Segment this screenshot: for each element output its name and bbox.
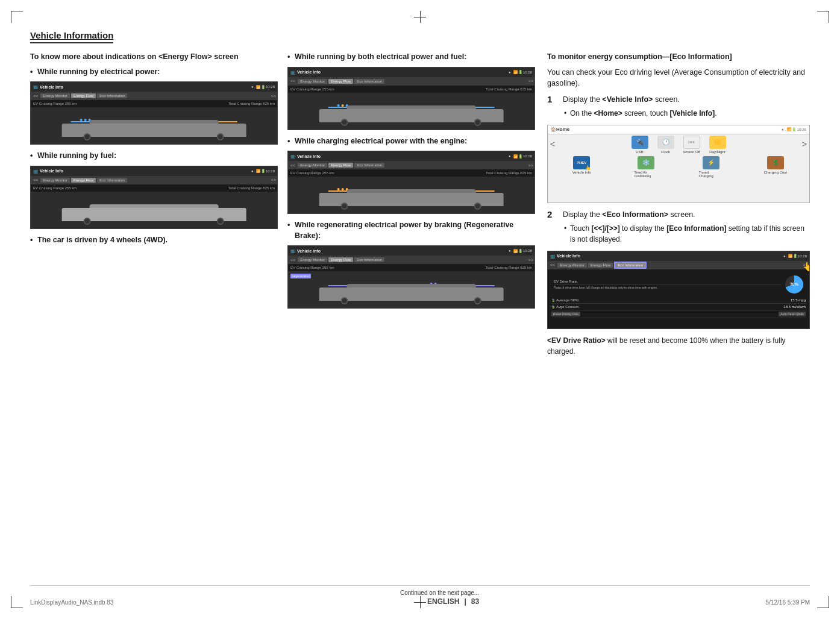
step1-num: 1 xyxy=(547,94,558,119)
footer-continued: Continued on the next page... xyxy=(400,589,479,596)
left-heading: To know more about indications on <Energ… xyxy=(30,52,278,63)
center-mark-top xyxy=(414,11,426,23)
footer-lang: ENGLISH | 83 xyxy=(427,597,479,606)
left-column: To know more about indications on <Energ… xyxy=(30,52,287,357)
home-icon-clock: 🕐 Clock xyxy=(654,136,678,154)
corner-mark-tr xyxy=(817,11,829,23)
right-column: To monitor energy consumption—[Eco Infor… xyxy=(545,52,810,357)
eco-avg-consum-row: 🍃 Avge Consum. 18.5 mi/s/kwh xyxy=(551,304,806,310)
screen5-topbar: 📺 Vehicle Info ● . 📶 🔋 10:28 xyxy=(288,246,534,256)
car-visual-5 xyxy=(319,281,504,304)
footer-file: LinkDisplayAudio_NAS.indb 83 xyxy=(30,599,113,606)
screen-fuel: 📺 Vehicle Info ● . 📶 🔋 10:28 << Energy M… xyxy=(30,166,278,229)
screen2-topbar: 📺 Vehicle Info ● . 📶 🔋 10:28 xyxy=(31,166,277,176)
home-icon-charging-cost: 💲 Charging Cost xyxy=(763,156,788,178)
screen3-nav: << Energy Monitor Energy Flow Eco Inform… xyxy=(288,77,534,86)
screen1-topbar: 📺 Vehicle Info ● . 📶 🔋 10:28 xyxy=(31,82,277,92)
screen4-content xyxy=(288,177,534,213)
ev-ratio-note: <EV Drive Ratio> will be reset and becom… xyxy=(547,335,810,357)
page-footer: LinkDisplayAudio_NAS.indb 83 Continued o… xyxy=(30,585,810,606)
screen5-nav: << Energy Monitor Energy Flow Eco Inform… xyxy=(288,256,534,264)
eco-avg-mpg-row: 🍃 Average MPG 15.5 mpg xyxy=(551,297,806,304)
main-columns: To know more about indications on <Energ… xyxy=(30,52,810,357)
corner-mark-tl xyxy=(11,11,23,23)
car-visual-3 xyxy=(319,103,504,126)
screen2-content xyxy=(31,192,277,228)
home-icon-day-night: ☀️ Day/Night xyxy=(706,136,730,154)
screen-both-power: 📺 Vehicle Info ● . 📶 🔋 10:28 << Energy M… xyxy=(287,67,535,130)
screen5-content: Regeneration xyxy=(288,271,534,308)
home-arrows: < 🔌 USB 🕐 Clock OFF Screen Off xyxy=(548,132,809,156)
hand-cursor-icon: 👆 xyxy=(585,165,591,171)
step2-content: Display the <Eco Information> screen. To… xyxy=(563,209,810,245)
eco-hand-cursor: 👆 xyxy=(803,262,810,271)
screen-electrical-power: 📺 Vehicle Info ● . 📶 🔋 10:28 << Energy M… xyxy=(30,81,278,145)
regen-label: Regeneration xyxy=(290,274,311,278)
eco-screen-nav: << Energy Monitor Energy Flow Eco Inform… xyxy=(548,261,809,269)
car-visual-1 xyxy=(61,118,246,140)
screen4-infobar: EV Cruising Range 255 km Total Cruising … xyxy=(288,169,534,177)
home-icon-vehicle-info: PHEV 👆 Vehicle Info xyxy=(569,156,594,178)
middle-column: While running by both electrical power a… xyxy=(287,52,545,357)
screen1-content xyxy=(31,107,277,144)
screen3-topbar: 📺 Vehicle Info ● . 📶 🔋 10:28 xyxy=(288,68,534,77)
screen4-nav: << Energy Monitor Energy Flow Eco Inform… xyxy=(288,161,534,169)
screen4-topbar: 📺 Vehicle Info ● . 📶 🔋 10:28 xyxy=(288,151,534,161)
screen2-nav: << Energy Monitor Energy Flow Eco Inform… xyxy=(31,176,277,184)
home-next-arrow[interactable]: > xyxy=(801,139,808,149)
note-4wd: The car is driven by 4 wheels (4WD). xyxy=(30,235,278,246)
car-visual-4 xyxy=(319,187,504,210)
bullet-charging: While charging electrical power with the… xyxy=(287,136,535,147)
eco-body: EV Drive Ratio Ratio of drive time form … xyxy=(548,269,809,328)
home-icon-timed-charging: ⚡ Timed Charging xyxy=(699,156,723,178)
footer-page: 83 xyxy=(471,597,479,606)
eco-drive-ratio-desc: Ratio of drive time form full charge on … xyxy=(554,285,782,290)
home-icons-row1: 🔌 USB 🕐 Clock OFF Screen Off ☀️ xyxy=(625,132,732,156)
screen-charging: 📺 Vehicle Info ● . 📶 🔋 10:28 << Energy M… xyxy=(287,151,535,214)
step1-sub: On the <Home> screen, touch [Vehicle Inf… xyxy=(563,108,810,119)
home-icon-screen-off: OFF Screen Off xyxy=(680,136,704,154)
screen3-content xyxy=(288,93,534,130)
screen1-infobar: EV Cruising Range 255 km Total Cruising … xyxy=(31,100,277,107)
eco-reset-row: Reset Driving Data Auto Reset Mode xyxy=(551,310,806,318)
eco-screen-mockup: 📺 Vehicle Info ● . 📶 🔋 10:28 << Energy M… xyxy=(547,251,810,329)
screen1-nav: << Energy Monitor Energy Flow Eco Inform… xyxy=(31,92,277,100)
home-icon-timed-air: ❄️ Timed Air Conditioning xyxy=(634,156,658,178)
home-icons-row2: PHEV 👆 Vehicle Info ❄️ Timed Air Conditi… xyxy=(548,156,809,180)
bullet-fuel: While running by fuel: xyxy=(30,151,278,162)
footer-right: Continued on the next page... ENGLISH | … xyxy=(400,589,479,606)
screen-regenerating: 📺 Vehicle Info ● . 📶 🔋 10:28 << Energy M… xyxy=(287,245,535,309)
right-heading: To monitor energy consumption—[Eco Infor… xyxy=(547,52,810,63)
step2-sub: Touch [<<]/[>>] to display the [Eco Info… xyxy=(563,223,810,245)
corner-mark-bl xyxy=(11,596,23,608)
bullet-both-power: While running by both electrical power a… xyxy=(287,52,535,63)
eco-drive-ratio-row: EV Drive Ratio xyxy=(554,278,782,285)
home-icon-usb: 🔌 USB xyxy=(628,136,652,154)
page-content: Vehicle Information To know more about i… xyxy=(30,30,810,589)
home-prev-arrow[interactable]: < xyxy=(549,139,556,149)
screen2-infobar: EV Cruising Range 255 km Total Cruising … xyxy=(31,184,277,192)
step2-num: 2 xyxy=(547,209,558,245)
bullet-electrical-power: While running by electrical power: xyxy=(30,67,278,78)
car-visual-2 xyxy=(61,202,246,225)
bullet-regenerating: While regenerating electrical power by b… xyxy=(287,220,535,241)
screen1-icon: 📺 xyxy=(33,84,39,89)
eco-screen-topbar: 📺 Vehicle Info ● . 📶 🔋 10:28 xyxy=(548,251,809,261)
corner-mark-br xyxy=(817,596,829,608)
home-screen-mockup: 🏠 Home ● . 📶 🔋 10:28 < 🔌 USB 🕐 Clock xyxy=(547,125,810,203)
right-intro: You can check your Eco driving level (Av… xyxy=(547,67,810,90)
step1: 1 Display the <Vehicle Info> screen. On … xyxy=(547,94,810,119)
step1-content: Display the <Vehicle Info> screen. On th… xyxy=(563,94,810,119)
ev-ratio-circle: 70% xyxy=(785,275,803,294)
section-title: Vehicle Information xyxy=(30,30,113,43)
screen3-infobar: EV Cruising Range 255 km Total Cruising … xyxy=(288,86,534,93)
footer-date: 5/12/16 5:39 PM xyxy=(766,599,810,606)
step2: 2 Display the <Eco Information> screen. … xyxy=(547,209,810,245)
screen5-infobar: EV Cruising Range 255 km Total Cruising … xyxy=(288,264,534,271)
